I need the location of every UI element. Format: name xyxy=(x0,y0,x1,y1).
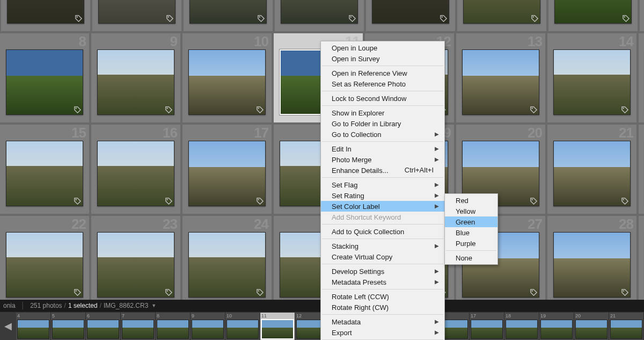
filmstrip-cell[interactable]: 6 xyxy=(86,313,121,340)
filmstrip-thumbnail[interactable] xyxy=(17,320,49,339)
keyword-badge-icon[interactable] xyxy=(165,106,173,114)
keyword-badge-icon[interactable] xyxy=(531,15,539,23)
keyword-badge-icon[interactable] xyxy=(74,288,82,296)
context-menu[interactable]: Open in LoupeOpen in SurveyOpen in Refer… xyxy=(320,41,445,340)
filmstrip-thumbnail[interactable] xyxy=(192,320,224,339)
menu-item-metadata-presets[interactable]: Metadata Presets▶ xyxy=(321,277,444,287)
thumbnail[interactable] xyxy=(553,141,631,206)
menu-item-edit-in[interactable]: Edit In▶ xyxy=(321,143,444,154)
thumbnail[interactable] xyxy=(97,141,174,206)
menu-item-metadata[interactable]: Metadata▶ xyxy=(321,316,444,327)
filmstrip-thumbnail[interactable] xyxy=(575,320,608,339)
menu-item-open-in-loupe[interactable]: Open in Loupe xyxy=(321,42,444,53)
filmstrip-cell[interactable]: 5 xyxy=(51,313,86,340)
menu-item-rotate-left-ccw[interactable]: Rotate Left (CCW) xyxy=(321,291,444,302)
keyword-badge-icon[interactable] xyxy=(530,197,538,205)
grid-cell[interactable]: 22 xyxy=(0,215,90,306)
color-label-yellow[interactable]: Yellow xyxy=(445,206,497,216)
grid-cell[interactable]: 28 xyxy=(546,215,638,306)
dropdown-arrow-icon[interactable]: ▼ xyxy=(151,303,156,308)
menu-item-set-color-label[interactable]: Set Color Label▶ xyxy=(321,201,444,212)
menu-item-lock-to-second-window[interactable]: Lock to Second Window xyxy=(321,93,444,104)
grid-cell[interactable]: 10 xyxy=(181,32,273,124)
filmstrip-cell[interactable]: 17 xyxy=(470,313,504,340)
grid-cell[interactable]: 23 xyxy=(90,215,181,306)
filmstrip-thumbnail[interactable] xyxy=(52,320,84,339)
thumbnail[interactable] xyxy=(188,141,266,206)
color-label-submenu[interactable]: RedYellowGreenBluePurpleNone xyxy=(444,193,498,265)
menu-item-export[interactable]: Export▶ xyxy=(321,327,444,338)
color-label-red[interactable]: Red xyxy=(445,195,497,206)
keyword-badge-icon[interactable] xyxy=(530,288,538,296)
thumbnail[interactable] xyxy=(553,232,631,298)
keyword-badge-icon[interactable] xyxy=(75,15,83,23)
thumbnail[interactable] xyxy=(188,49,266,115)
grid-cell[interactable]: 13 xyxy=(455,32,546,124)
filmstrip-thumbnail[interactable] xyxy=(610,320,642,339)
thumbnail[interactable] xyxy=(372,0,449,24)
grid-cell[interactable]: 17 xyxy=(181,124,273,215)
thumbnail[interactable] xyxy=(6,49,83,115)
keyword-badge-icon[interactable] xyxy=(621,197,629,205)
filmstrip-thumbnail[interactable] xyxy=(157,320,189,339)
grid-cell[interactable]: 14 xyxy=(546,32,638,124)
filmstrip-cell[interactable]: 8 xyxy=(156,313,191,340)
filmstrip-thumbnail[interactable] xyxy=(261,319,294,339)
grid-cell[interactable] xyxy=(638,124,644,215)
filmstrip-cell[interactable]: 19 xyxy=(539,313,574,340)
thumbnail[interactable] xyxy=(463,0,540,24)
filmstrip-thumbnail[interactable] xyxy=(226,320,259,339)
color-label-green[interactable]: Green xyxy=(445,216,497,227)
grid-cell[interactable]: 8 xyxy=(0,32,90,124)
keyword-badge-icon[interactable] xyxy=(165,197,173,205)
keyword-badge-icon[interactable] xyxy=(622,15,630,23)
grid-cell[interactable]: 9 xyxy=(90,32,181,124)
filmstrip-cell[interactable]: 20 xyxy=(574,313,609,340)
thumbnail[interactable] xyxy=(189,0,267,24)
menu-item-rotate-right-cw[interactable]: Rotate Right (CW) xyxy=(321,302,444,313)
grid-cell[interactable] xyxy=(91,0,182,32)
keyword-badge-icon[interactable] xyxy=(256,197,264,205)
color-label-none[interactable]: None xyxy=(445,252,497,263)
menu-item-set-rating[interactable]: Set Rating▶ xyxy=(321,190,444,201)
grid-cell[interactable] xyxy=(0,0,91,32)
filmstrip-thumbnail[interactable] xyxy=(540,320,573,339)
thumbnail[interactable] xyxy=(554,0,632,24)
thumbnail[interactable] xyxy=(97,49,174,115)
grid-cell[interactable]: 15 xyxy=(0,124,90,215)
keyword-badge-icon[interactable] xyxy=(621,106,629,114)
thumbnail[interactable] xyxy=(462,49,539,115)
menu-item-stacking[interactable]: Stacking▶ xyxy=(321,241,444,251)
thumbnail[interactable] xyxy=(7,0,84,24)
thumbnail[interactable] xyxy=(98,0,175,24)
menu-item-set-flag[interactable]: Set Flag▶ xyxy=(321,179,444,190)
filmstrip-cell[interactable]: 9 xyxy=(191,313,225,340)
thumbnail[interactable] xyxy=(188,232,266,298)
thumbnail[interactable] xyxy=(97,232,174,298)
menu-item-open-in-reference-view[interactable]: Open in Reference View xyxy=(321,68,444,78)
grid-cell[interactable] xyxy=(638,215,644,306)
grid-cell[interactable] xyxy=(456,0,547,32)
filmstrip-prev-arrow-icon[interactable]: ◀ xyxy=(0,313,16,340)
grid-cell[interactable]: 21 xyxy=(546,124,638,215)
grid-cell[interactable] xyxy=(365,0,456,32)
grid-cell[interactable]: 16 xyxy=(90,124,181,215)
keyword-badge-icon[interactable] xyxy=(74,106,82,114)
filmstrip-cell[interactable]: 4 xyxy=(16,313,51,340)
filmstrip-cell[interactable]: 18 xyxy=(504,313,539,340)
keyword-badge-icon[interactable] xyxy=(74,197,82,205)
menu-item-add-to-quick-collection[interactable]: Add to Quick Collection xyxy=(321,226,444,237)
filmstrip-cell[interactable]: 11 xyxy=(260,313,295,340)
keyword-badge-icon[interactable] xyxy=(256,288,264,296)
menu-item-show-in-explorer[interactable]: Show in Explorer xyxy=(321,107,444,118)
filmstrip-thumbnail[interactable] xyxy=(122,320,154,339)
color-label-purple[interactable]: Purple xyxy=(445,238,497,249)
thumbnail[interactable] xyxy=(6,232,83,298)
keyword-badge-icon[interactable] xyxy=(440,15,448,23)
keyword-badge-icon[interactable] xyxy=(348,15,356,23)
keyword-badge-icon[interactable] xyxy=(166,15,174,23)
filmstrip-cell[interactable]: 21 xyxy=(609,313,644,340)
filmstrip-thumbnail[interactable] xyxy=(471,320,503,339)
menu-item-create-virtual-copy[interactable]: Create Virtual Copy xyxy=(321,251,444,262)
grid-cell[interactable] xyxy=(274,0,365,32)
